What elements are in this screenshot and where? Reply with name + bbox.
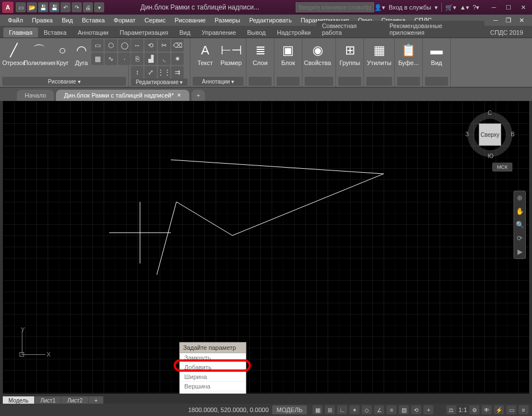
spline-icon[interactable]: ∿ — [105, 53, 117, 65]
help-icon[interactable]: ?▾ — [473, 4, 479, 11]
menu-tools[interactable]: Сервис — [141, 16, 169, 25]
qat-save-icon[interactable]: 💾 — [38, 2, 48, 12]
transparency-icon[interactable]: ▨ — [399, 405, 409, 414]
erase-icon[interactable]: ⌫ — [171, 39, 184, 52]
tab-annotate[interactable]: Аннотации — [72, 27, 114, 38]
login-link[interactable]: Вход в службы — [389, 4, 431, 11]
tab-featured[interactable]: Рекомендованные приложения — [384, 21, 485, 38]
nav-zoom-icon[interactable]: 🔍 — [515, 220, 524, 229]
menu-insert[interactable]: Вставка — [78, 16, 108, 25]
ortho-toggle-icon[interactable]: ∟ — [337, 405, 347, 414]
tab-spds[interactable]: СПДС 2019 — [484, 27, 529, 38]
apps-icon[interactable]: ▲▾ — [460, 4, 469, 11]
block-button[interactable]: ▣Блок — [277, 39, 300, 66]
menu-dimension[interactable]: Размеры — [211, 16, 244, 25]
wcs-badge[interactable]: МСК — [492, 163, 512, 172]
mirror-icon[interactable]: ▟ — [144, 53, 157, 65]
hatch-icon[interactable]: ▦ — [91, 53, 104, 65]
qat-redo-icon[interactable]: ↷ — [72, 2, 82, 12]
nav-orbit-icon[interactable]: ⟳ — [515, 234, 524, 243]
isolate-icon[interactable]: 👁 — [482, 405, 492, 414]
qat-undo-icon[interactable]: ↶ — [60, 2, 71, 12]
viewcube[interactable]: Сверху С Ю В З — [468, 112, 512, 157]
clipboard-button[interactable]: 📋Буфе... — [397, 39, 420, 66]
utilities-button[interactable]: ▦Утилиты — [366, 39, 392, 66]
user-icon[interactable]: 👤▾ — [374, 4, 385, 11]
tab-parametric[interactable]: Параметризация — [114, 27, 174, 38]
qat-open-icon[interactable]: 📂 — [27, 2, 37, 12]
qat-new-icon[interactable]: ▭ — [16, 2, 26, 12]
close-button[interactable]: ✕ — [516, 2, 530, 12]
panel-modify-title[interactable]: Редактирование ▾ — [131, 78, 188, 86]
polar-toggle-icon[interactable]: ✶ — [349, 405, 360, 414]
new-tab-button[interactable]: + — [192, 90, 205, 101]
maximize-button[interactable]: ☐ — [502, 2, 515, 12]
rotate-icon[interactable]: ⟲ — [144, 39, 157, 52]
view-button[interactable]: ▬Вид — [425, 39, 448, 66]
search-input[interactable] — [296, 2, 374, 12]
copy-icon[interactable]: ⎘ — [131, 53, 143, 65]
minimize-button[interactable]: ─ — [487, 2, 501, 12]
viewcube-top[interactable]: Сверху — [479, 123, 501, 146]
ctx-close[interactable]: Замкнуть — [180, 353, 246, 363]
text-button[interactable]: AТекст — [193, 39, 218, 66]
ctx-width[interactable]: Ширина — [180, 372, 246, 382]
groups-button[interactable]: ⊞Группы — [338, 39, 361, 66]
tab-collab[interactable]: Совместная работа — [316, 21, 384, 38]
dyn-input-icon[interactable]: + — [423, 405, 433, 414]
otrack-toggle-icon[interactable]: ∠ — [374, 405, 384, 414]
menu-draw[interactable]: Рисование — [171, 16, 209, 25]
line-button[interactable]: ╱Отрезок — [2, 39, 25, 66]
array-icon[interactable]: ⋮⋮ — [158, 66, 170, 78]
panel-annot-title[interactable]: Аннотации ▾ — [193, 77, 244, 86]
tab-active-doc[interactable]: Дин.блок Рамки с таблицей надписей*✕ — [56, 90, 189, 101]
cycling-icon[interactable]: ⟲ — [411, 405, 421, 414]
clean-screen-icon[interactable]: ▭ — [506, 405, 516, 414]
fillet-icon[interactable]: ◟ — [158, 53, 170, 65]
ctx-add[interactable]: Добавить — [180, 363, 246, 372]
menu-file[interactable]: Файл — [4, 16, 26, 25]
annotation-scale-icon[interactable]: ⚖ — [446, 405, 456, 414]
ctx-fit[interactable]: СГладить — [180, 391, 246, 394]
nav-pan-icon[interactable]: ✋ — [515, 207, 524, 216]
nav-wheel-icon[interactable]: ⊕ — [515, 193, 524, 202]
hardware-accel-icon[interactable]: ⚡ — [494, 405, 504, 414]
tab-insert[interactable]: Вставка — [38, 27, 72, 38]
menu-edit[interactable]: Правка — [29, 16, 56, 25]
panel-draw-title[interactable]: Рисование ▾ — [2, 77, 126, 86]
layers-button[interactable]: ≣Слои — [249, 39, 272, 66]
dimension-button[interactable]: ⊢⊣Размер — [219, 39, 244, 66]
explode-icon[interactable]: ✷ — [171, 53, 184, 65]
rect-icon[interactable]: ▭ — [91, 39, 104, 52]
drawing-canvas[interactable]: Сверху С Ю В З МСК ⊕ ✋ 🔍 ⟳ ▶ Y X Задайте… — [3, 101, 529, 394]
doc-restore-icon[interactable]: ❐ — [502, 16, 515, 25]
osnap-toggle-icon[interactable]: ◇ — [362, 405, 372, 414]
scale-label[interactable]: 1:1 — [459, 406, 467, 413]
ctx-vertex[interactable]: Вершина — [180, 382, 246, 391]
workspace-icon[interactable]: ⚙ — [469, 405, 479, 414]
polyline-button[interactable]: ⌒Полилиния — [26, 39, 52, 66]
offset-icon[interactable]: ⇉ — [171, 66, 184, 78]
tab-view[interactable]: Вид — [174, 27, 196, 38]
customize-icon[interactable]: ≡ — [519, 405, 529, 414]
menu-modify[interactable]: Редактировать — [246, 16, 295, 25]
stretch-icon[interactable]: ↕ — [131, 66, 143, 78]
tab-start[interactable]: Начало — [17, 90, 54, 101]
cart-icon[interactable]: 🛒▾ — [445, 4, 456, 11]
tab-manage[interactable]: Управление — [196, 27, 241, 38]
properties-button[interactable]: ◉Свойства — [305, 39, 330, 66]
scale-icon[interactable]: ⤢ — [144, 66, 157, 78]
menu-format[interactable]: Формат — [110, 16, 139, 25]
qat-saveas-icon[interactable]: 💾 — [49, 2, 59, 12]
trim-icon[interactable]: ✂ — [158, 39, 170, 52]
doc-minimize-icon[interactable]: ─ — [490, 16, 501, 25]
move-icon[interactable]: ↔ — [131, 39, 143, 52]
close-tab-icon[interactable]: ✕ — [177, 93, 181, 98]
tab-addins[interactable]: Надстройки — [272, 27, 316, 38]
snap-toggle-icon[interactable]: ⊞ — [325, 405, 335, 414]
arc-button[interactable]: ◠Дуга — [72, 39, 90, 66]
tab-home[interactable]: Главная — [3, 27, 38, 38]
model-space-button[interactable]: МОДЕЛЬ — [272, 405, 307, 414]
menu-view[interactable]: Вид — [58, 16, 76, 25]
doc-close-icon[interactable]: ✕ — [516, 16, 528, 25]
